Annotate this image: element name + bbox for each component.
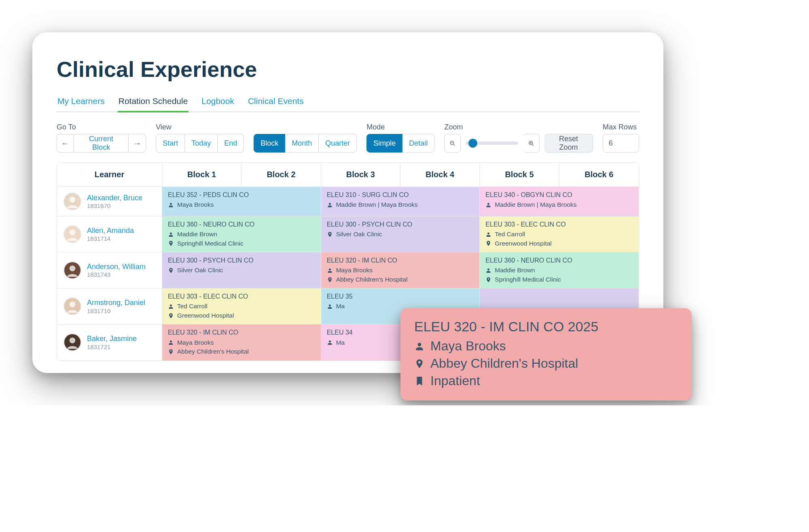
arrow-left-icon: ← [61, 139, 70, 148]
learner-id: 1831710 [87, 307, 145, 314]
col-block3: Block 3 [321, 163, 400, 187]
block-person: Maya Brooks [168, 338, 315, 347]
tabs-bar: My Learners Rotation Schedule Logbook Cl… [57, 96, 639, 112]
tab-logbook[interactable]: Logbook [201, 96, 235, 112]
rotation-block[interactable]: ELEU 360 - NEURO CLIN COMaddie BrownSpri… [480, 252, 639, 288]
block-course: ELEU 360 - NEURO CLIN CO [168, 220, 315, 229]
blocks-area: ELEU 360 - NEURO CLIN COMaddie BrownSpri… [162, 216, 639, 252]
block-course: ELEU 35 [327, 292, 474, 301]
view-quarter-button[interactable]: Quarter [319, 134, 357, 153]
learner-cell[interactable]: Armstrong, Daniel1831710 [57, 288, 162, 324]
block-location: Silver Oak Clinic [327, 230, 474, 239]
view-end-button[interactable]: End [218, 134, 244, 153]
block-course: ELEU 300 - PSYCH CLIN CO [327, 220, 474, 229]
tooltip-course: ELEU 320 - IM CLIN CO 2025 [414, 319, 678, 335]
rotation-block[interactable]: ELEU 300 - PSYCH CLIN COSilver Oak Clini… [321, 216, 480, 252]
view-block-button[interactable]: Block [254, 134, 285, 153]
rotation-block[interactable]: ELEU 360 - NEURO CLIN COMaddie BrownSpri… [162, 216, 321, 252]
block-course: ELEU 310 - SURG CLIN CO [327, 190, 474, 199]
toolbar: Go To ← Current Block → View Start Today… [57, 123, 639, 153]
col-block6: Block 6 [559, 163, 639, 187]
rotation-block[interactable]: ELEU 300 - PSYCH CLIN COSilver Oak Clini… [162, 252, 321, 288]
learner-name: Alexander, Bruce [87, 194, 142, 203]
block-course: ELEU 340 - OBGYN CLIN CO [485, 190, 633, 199]
rotation-block[interactable]: ELEU 320 - IM CLIN COMaya BrooksAbbey Ch… [162, 324, 321, 360]
next-button[interactable]: → [129, 134, 146, 153]
avatar [64, 225, 81, 243]
block-person: Maya Brooks [327, 266, 474, 275]
view-today-button[interactable]: Today [185, 134, 218, 153]
prev-button[interactable]: ← [57, 134, 74, 153]
block-location: Abbey Children's Hospital [327, 275, 474, 284]
rotation-block[interactable]: ELEU 320 - IM CLIN COMaya BrooksAbbey Ch… [321, 252, 480, 288]
mode-detail-button[interactable]: Detail [402, 134, 434, 153]
block-course: ELEU 352 - PEDS CLIN CO [168, 190, 315, 199]
svg-point-3 [70, 197, 76, 203]
svg-point-5 [70, 229, 76, 235]
page-title: Clinical Experience [57, 57, 639, 82]
rotation-block[interactable]: ELEU 352 - PEDS CLIN COMaya Brooks [162, 187, 321, 216]
view-month-button[interactable]: Month [285, 134, 319, 153]
learner-cell[interactable]: Anderson, William1831743 [57, 252, 162, 288]
maxrows-input[interactable] [603, 134, 639, 153]
col-block4: Block 4 [400, 163, 480, 187]
rotation-block[interactable]: ELEU 310 - SURG CLIN COMaddie Brown | Ma… [321, 187, 480, 216]
rotation-block[interactable]: ELEU 303 - ELEC CLIN COTed CarrollGreenw… [480, 216, 639, 252]
bookmark-icon [414, 376, 425, 386]
avatar [64, 333, 81, 351]
mode-label: Mode [366, 123, 434, 131]
col-learner: Learner [57, 163, 162, 187]
block-person: Ted Carroll [485, 230, 633, 239]
tooltip-location: Abbey Children's Hospital [430, 356, 578, 371]
svg-point-11 [70, 338, 76, 344]
block-person: Ted Carroll [168, 302, 315, 311]
block-location: Greenwood Hospital [168, 311, 315, 320]
block-person: Maya Brooks [168, 200, 315, 209]
block-course: ELEU 303 - ELEC CLIN CO [485, 220, 633, 229]
block-location: Springhill Medical Clinic [168, 239, 315, 248]
learner-cell[interactable]: Baker, Jasmine1831721 [57, 324, 162, 360]
mode-simple-button[interactable]: Simple [366, 134, 402, 153]
table-row: Allen, Amanda1831714ELEU 360 - NEURO CLI… [57, 216, 639, 252]
zoom-slider[interactable] [466, 142, 518, 145]
learner-id: 1831743 [87, 271, 146, 278]
blocks-area: ELEU 300 - PSYCH CLIN COSilver Oak Clini… [162, 252, 639, 288]
current-block-button[interactable]: Current Block [74, 134, 129, 153]
block-course: ELEU 360 - NEURO CLIN CO [485, 256, 633, 265]
svg-point-7 [70, 265, 76, 271]
blocks-area: ELEU 352 - PEDS CLIN COMaya BrooksELEU 3… [162, 187, 639, 216]
block-course: ELEU 303 - ELEC CLIN CO [168, 292, 315, 301]
learner-cell[interactable]: Alexander, Bruce1831670 [57, 187, 162, 216]
tab-clinical-events[interactable]: Clinical Events [247, 96, 305, 112]
view-start-button[interactable]: Start [156, 134, 185, 153]
zoom-label: Zoom [444, 123, 593, 131]
block-person: Maddie Brown | Maya Brooks [327, 200, 474, 209]
svg-point-9 [70, 301, 76, 307]
zoom-in-button[interactable] [523, 134, 540, 153]
zoom-out-button[interactable] [444, 134, 461, 153]
zoom-slider-thumb[interactable] [468, 139, 477, 148]
block-person: Maddie Brown [168, 230, 315, 239]
learner-name: Baker, Jasmine [87, 335, 137, 343]
arrow-right-icon: → [133, 139, 141, 148]
zoom-out-icon [449, 140, 455, 146]
maxrows-label: Max Rows [603, 123, 639, 131]
block-person: Maddie Brown [485, 266, 633, 275]
tab-my-learners[interactable]: My Learners [57, 96, 106, 112]
avatar [64, 261, 81, 279]
tab-rotation-schedule[interactable]: Rotation Schedule [118, 96, 189, 112]
rotation-block[interactable]: ELEU 340 - OBGYN CLIN COMaddie Brown | M… [480, 187, 639, 216]
learner-cell[interactable]: Allen, Amanda1831714 [57, 216, 162, 252]
person-icon [414, 341, 425, 352]
avatar [64, 297, 81, 315]
tooltip-person: Maya Brooks [430, 339, 506, 354]
learner-id: 1831670 [87, 202, 142, 209]
block-location: Springhill Medical Clinic [485, 275, 633, 284]
view-label: View [156, 123, 244, 131]
rotation-tooltip: ELEU 320 - IM CLIN CO 2025 Maya Brooks A… [400, 308, 692, 401]
learner-name: Armstrong, Daniel [87, 299, 145, 307]
location-icon [414, 358, 425, 369]
col-block1: Block 1 [162, 163, 241, 187]
reset-zoom-button[interactable]: Reset Zoom [544, 134, 593, 153]
rotation-block[interactable]: ELEU 303 - ELEC CLIN COTed CarrollGreenw… [162, 288, 321, 324]
